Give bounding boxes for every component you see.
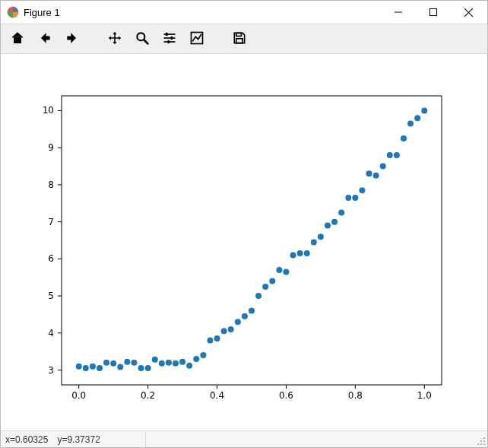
svg-text:0.0: 0.0 [71, 390, 86, 401]
svg-text:1.0: 1.0 [417, 390, 432, 401]
svg-point-58 [159, 361, 165, 367]
svg-point-67 [221, 328, 227, 334]
resize-grip-icon[interactable] [477, 437, 486, 446]
svg-point-60 [173, 361, 179, 367]
statusbar: x=0.60325 y=9.37372 [1, 431, 487, 447]
maximize-button[interactable] [416, 1, 451, 24]
svg-point-86 [352, 195, 358, 201]
window-title: Figure 1 [24, 7, 60, 18]
svg-rect-15 [236, 33, 242, 36]
svg-point-63 [193, 356, 199, 362]
svg-point-98 [480, 440, 482, 442]
zoom-icon [135, 30, 150, 48]
svg-rect-13 [168, 40, 170, 43]
svg-point-64 [200, 352, 206, 358]
minimize-button[interactable] [381, 1, 416, 24]
svg-text:0.4: 0.4 [210, 390, 224, 401]
svg-line-7 [144, 40, 148, 43]
arrow-right-icon [65, 30, 80, 48]
close-button[interactable] [451, 1, 486, 24]
svg-point-84 [338, 209, 344, 215]
svg-point-56 [145, 365, 151, 371]
svg-point-83 [331, 219, 337, 225]
forward-button[interactable] [60, 27, 84, 51]
svg-point-50 [103, 360, 109, 366]
svg-rect-5 [14, 37, 21, 43]
svg-point-94 [407, 121, 414, 127]
svg-rect-11 [171, 36, 173, 39]
save-button[interactable] [227, 27, 252, 51]
svg-text:10: 10 [43, 105, 54, 116]
app-icon [7, 6, 19, 18]
svg-point-79 [304, 250, 310, 256]
home-button[interactable] [5, 27, 30, 51]
svg-point-93 [401, 135, 407, 141]
svg-point-55 [138, 365, 144, 371]
plot-area[interactable]: 0.00.20.40.60.81.0345678910 [1, 54, 487, 431]
home-icon [10, 30, 25, 48]
svg-text:6: 6 [48, 253, 54, 264]
svg-rect-2 [430, 9, 437, 16]
svg-point-51 [110, 361, 116, 367]
pan-button[interactable] [103, 27, 127, 51]
svg-text:5: 5 [48, 291, 54, 301]
svg-point-95 [414, 115, 420, 121]
move-icon [107, 30, 122, 48]
svg-text:9: 9 [48, 142, 54, 153]
svg-point-54 [131, 360, 137, 366]
svg-point-80 [311, 239, 317, 245]
svg-point-74 [269, 278, 275, 284]
svg-point-73 [262, 284, 268, 290]
scatter-chart: 0.00.20.40.60.81.0345678910 [1, 54, 487, 431]
svg-point-82 [325, 223, 331, 229]
svg-point-77 [290, 252, 296, 258]
svg-text:7: 7 [48, 217, 54, 227]
arrow-left-icon [37, 30, 52, 48]
svg-text:4: 4 [48, 328, 54, 338]
sliders-icon [162, 30, 177, 48]
zoom-button[interactable] [130, 27, 154, 51]
svg-point-97 [483, 437, 485, 439]
svg-point-96 [421, 107, 427, 113]
svg-text:0.2: 0.2 [141, 390, 155, 401]
status-y: y=9.37372 [57, 434, 100, 445]
svg-point-92 [394, 152, 400, 158]
svg-point-90 [380, 164, 386, 170]
svg-point-89 [373, 173, 379, 179]
svg-point-57 [152, 357, 158, 363]
svg-point-88 [366, 170, 372, 176]
svg-point-87 [359, 187, 365, 193]
svg-point-85 [345, 195, 351, 201]
svg-point-70 [242, 313, 248, 319]
svg-point-71 [249, 308, 255, 314]
svg-point-52 [117, 364, 123, 370]
svg-text:3: 3 [48, 365, 54, 376]
save-icon [232, 30, 247, 48]
configure-button[interactable] [157, 27, 182, 51]
svg-text:0.8: 0.8 [348, 390, 363, 401]
svg-point-102 [483, 443, 485, 445]
svg-rect-9 [166, 32, 168, 35]
svg-point-59 [166, 360, 172, 366]
svg-point-53 [124, 359, 130, 365]
svg-point-48 [90, 364, 96, 370]
svg-point-61 [179, 359, 185, 365]
svg-point-99 [483, 440, 485, 442]
svg-point-68 [228, 326, 234, 332]
svg-point-101 [480, 443, 482, 445]
svg-point-75 [276, 267, 282, 273]
svg-point-69 [235, 319, 241, 325]
toolbar [1, 24, 487, 54]
titlebar: Figure 1 [1, 1, 487, 24]
svg-point-66 [214, 335, 220, 342]
axes-button[interactable] [185, 27, 209, 51]
svg-rect-17 [62, 96, 442, 385]
svg-text:0.6: 0.6 [279, 390, 293, 401]
svg-point-46 [76, 364, 82, 370]
svg-point-100 [477, 443, 479, 445]
svg-point-81 [318, 234, 324, 240]
svg-point-65 [207, 338, 213, 344]
back-button[interactable] [33, 27, 57, 51]
chart-line-icon [189, 30, 204, 48]
svg-rect-16 [236, 38, 242, 43]
